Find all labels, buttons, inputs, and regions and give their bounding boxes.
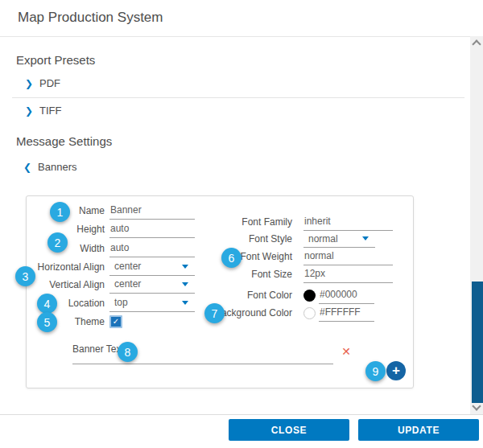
field-label: Horizontal Align: [29, 261, 105, 273]
form-row-font-size: Font Size: [193, 265, 396, 283]
chevron-down-icon: [182, 301, 188, 305]
form-row-font-style: Font Style normal: [193, 230, 396, 248]
font-weight-input[interactable]: [303, 248, 393, 265]
vertical-align-select[interactable]: center: [109, 275, 195, 294]
step-badge-9: 9: [365, 361, 386, 381]
vertical-scrollbar[interactable]: [470, 36, 483, 414]
page-title: Map Production System: [18, 10, 163, 26]
delete-banner-button[interactable]: ✕: [340, 345, 353, 358]
chevron-down-icon: [182, 265, 188, 269]
preset-item-pdf[interactable]: ❯ PDF: [25, 77, 60, 89]
check-icon: ✓: [113, 318, 119, 326]
step-badge-5: 5: [37, 312, 57, 332]
select-value: top: [109, 297, 128, 308]
step-badge-2: 2: [47, 232, 68, 253]
field-label: Vertical Align: [29, 279, 105, 290]
select-value: center: [109, 261, 141, 272]
preset-label: TIFF: [39, 105, 61, 117]
back-link-banners[interactable]: ❮ Banners: [23, 161, 76, 173]
step-badge-3: 3: [15, 266, 35, 286]
update-button[interactable]: UPDATE: [358, 419, 479, 441]
horizontal-align-select[interactable]: center: [109, 257, 195, 276]
step-badge-8: 8: [118, 342, 138, 362]
preset-item-tiff[interactable]: ❯ TIFF: [25, 105, 62, 117]
font-color-input[interactable]: [319, 286, 374, 304]
banner-text-input[interactable]: [72, 351, 333, 364]
chevron-down-icon: [182, 282, 188, 286]
field-label: Font Size: [193, 269, 292, 280]
scroll-down-icon[interactable]: [472, 401, 481, 410]
chevron-right-icon: ❯: [25, 106, 33, 116]
preset-label: PDF: [39, 77, 60, 89]
close-x-icon: ✕: [341, 346, 351, 357]
form-row-horizontal-align: Horizontal Align center: [29, 257, 195, 276]
field-label: Font Weight: [193, 251, 292, 262]
background-color-input[interactable]: [319, 304, 374, 322]
form-row-font-color: Font Color: [193, 286, 396, 304]
field-label: Font Color: [193, 290, 292, 301]
divider: [0, 414, 483, 415]
close-button[interactable]: CLOSE: [229, 419, 349, 441]
width-input[interactable]: [109, 239, 195, 257]
font-family-input[interactable]: [303, 213, 393, 231]
step-badge-1: 1: [50, 202, 70, 222]
field-label: Height: [29, 224, 105, 235]
select-value: center: [109, 278, 141, 290]
plus-icon: +: [392, 364, 400, 377]
font-style-select[interactable]: normal: [303, 230, 375, 248]
chevron-right-icon: ❯: [25, 79, 33, 88]
back-label: Banners: [38, 161, 76, 173]
form-row-font-family: Font Family: [193, 213, 396, 231]
location-select[interactable]: top: [109, 294, 195, 312]
divider: [0, 36, 483, 37]
background-color-swatch[interactable]: [303, 307, 316, 319]
step-badge-7: 7: [204, 303, 225, 323]
add-banner-button[interactable]: +: [386, 361, 406, 380]
export-presets-heading: Export Presets: [16, 53, 95, 67]
message-settings-heading: Message Settings: [16, 134, 112, 148]
step-badge-6: 6: [221, 248, 242, 268]
font-color-swatch[interactable]: [303, 290, 316, 302]
select-value: normal: [303, 233, 338, 245]
field-label: Font Family: [193, 216, 292, 228]
chevron-down-icon: [362, 236, 369, 240]
theme-checkbox[interactable]: ✓: [109, 315, 122, 328]
scroll-up-icon[interactable]: [472, 39, 481, 48]
scrollbar-thumb[interactable]: [472, 282, 483, 403]
divider: [12, 97, 464, 98]
step-badge-4: 4: [37, 294, 57, 314]
name-input[interactable]: [109, 201, 195, 220]
height-input[interactable]: [109, 220, 195, 238]
font-size-input[interactable]: [303, 265, 393, 283]
field-label: Font Style: [193, 233, 292, 245]
chevron-left-icon: ❮: [23, 162, 31, 172]
form-row-vertical-align: Vertical Align center: [29, 275, 195, 294]
